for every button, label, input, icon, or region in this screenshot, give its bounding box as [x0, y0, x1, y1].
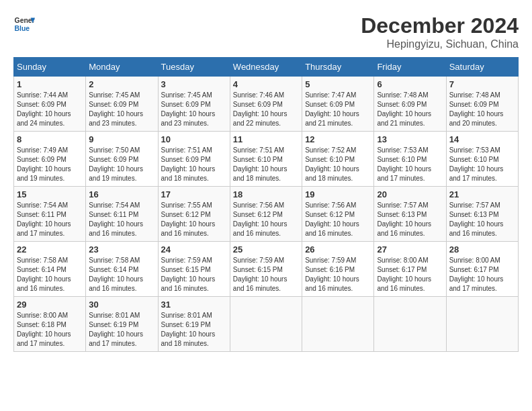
day-info: Sunrise: 7:47 AM Sunset: 6:09 PM Dayligh… [305, 91, 371, 128]
svg-text:Blue: Blue [15, 25, 30, 32]
day-number: 6 [377, 79, 443, 89]
day-number: 3 [161, 79, 227, 89]
day-info: Sunrise: 7:57 AM Sunset: 6:13 PM Dayligh… [449, 201, 515, 238]
day-info: Sunrise: 7:54 AM Sunset: 6:11 PM Dayligh… [17, 201, 83, 238]
day-info: Sunrise: 8:01 AM Sunset: 6:19 PM Dayligh… [161, 311, 227, 349]
day-number: 20 [377, 189, 443, 199]
day-info: Sunrise: 7:45 AM Sunset: 6:09 PM Dayligh… [89, 91, 154, 128]
calendar-cell: 19 Sunrise: 7:56 AM Sunset: 6:12 PM Dayl… [302, 187, 374, 242]
day-number: 19 [305, 189, 371, 199]
calendar-cell: 18 Sunrise: 7:56 AM Sunset: 6:12 PM Dayl… [230, 187, 302, 242]
calendar-cell: 5 Sunrise: 7:47 AM Sunset: 6:09 PM Dayli… [302, 77, 374, 132]
day-header-thursday: Thursday [302, 58, 374, 77]
day-number: 29 [17, 300, 83, 310]
calendar-week-5: 29 Sunrise: 8:00 AM Sunset: 6:18 PM Dayl… [14, 297, 519, 352]
day-number: 8 [17, 134, 83, 144]
calendar-cell: 25 Sunrise: 7:59 AM Sunset: 6:15 PM Dayl… [230, 242, 302, 297]
calendar-cell [446, 297, 518, 352]
day-info: Sunrise: 7:59 AM Sunset: 6:15 PM Dayligh… [233, 256, 299, 293]
calendar-cell: 14 Sunrise: 7:53 AM Sunset: 6:10 PM Dayl… [446, 132, 518, 187]
day-info: Sunrise: 7:53 AM Sunset: 6:10 PM Dayligh… [377, 146, 443, 183]
calendar-cell: 26 Sunrise: 7:59 AM Sunset: 6:16 PM Dayl… [302, 242, 374, 297]
calendar-week-3: 15 Sunrise: 7:54 AM Sunset: 6:11 PM Dayl… [14, 187, 519, 242]
day-number: 30 [89, 300, 154, 310]
day-number: 11 [233, 134, 299, 144]
day-number: 27 [377, 244, 443, 255]
calendar-cell: 29 Sunrise: 8:00 AM Sunset: 6:18 PM Dayl… [14, 297, 86, 352]
day-number: 28 [449, 244, 515, 255]
calendar-cell: 21 Sunrise: 7:57 AM Sunset: 6:13 PM Dayl… [446, 187, 518, 242]
day-number: 9 [89, 134, 154, 144]
header-row: SundayMondayTuesdayWednesdayThursdayFrid… [14, 58, 519, 77]
calendar-cell: 7 Sunrise: 7:48 AM Sunset: 6:09 PM Dayli… [446, 77, 518, 132]
day-number: 12 [305, 134, 371, 144]
calendar-cell: 8 Sunrise: 7:49 AM Sunset: 6:09 PM Dayli… [14, 132, 86, 187]
calendar-cell [302, 297, 374, 352]
calendar-cell: 17 Sunrise: 7:55 AM Sunset: 6:12 PM Dayl… [158, 187, 230, 242]
day-info: Sunrise: 7:59 AM Sunset: 6:15 PM Dayligh… [161, 256, 227, 293]
day-number: 21 [449, 189, 515, 199]
calendar-cell: 1 Sunrise: 7:44 AM Sunset: 6:09 PM Dayli… [14, 77, 86, 132]
day-info: Sunrise: 7:44 AM Sunset: 6:09 PM Dayligh… [17, 91, 83, 128]
calendar-week-1: 1 Sunrise: 7:44 AM Sunset: 6:09 PM Dayli… [14, 77, 519, 132]
calendar-cell: 31 Sunrise: 8:01 AM Sunset: 6:19 PM Dayl… [158, 297, 230, 352]
day-number: 18 [233, 189, 299, 199]
day-info: Sunrise: 8:00 AM Sunset: 6:18 PM Dayligh… [17, 311, 83, 349]
logo: General Blue [13, 13, 35, 35]
title-block: December 2024 Hepingyizu, Sichuan, China [361, 13, 519, 50]
day-info: Sunrise: 7:48 AM Sunset: 6:09 PM Dayligh… [377, 91, 443, 128]
day-number: 26 [305, 244, 371, 255]
calendar-cell: 24 Sunrise: 7:59 AM Sunset: 6:15 PM Dayl… [158, 242, 230, 297]
day-number: 5 [305, 79, 371, 89]
day-number: 23 [89, 244, 154, 255]
day-number: 7 [449, 79, 515, 89]
calendar-cell: 20 Sunrise: 7:57 AM Sunset: 6:13 PM Dayl… [374, 187, 446, 242]
day-info: Sunrise: 7:53 AM Sunset: 6:10 PM Dayligh… [449, 146, 515, 183]
calendar-cell: 2 Sunrise: 7:45 AM Sunset: 6:09 PM Dayli… [86, 77, 158, 132]
day-info: Sunrise: 7:48 AM Sunset: 6:09 PM Dayligh… [449, 91, 515, 128]
day-header-monday: Monday [86, 58, 158, 77]
day-number: 15 [17, 189, 83, 199]
day-number: 17 [161, 189, 227, 199]
day-info: Sunrise: 7:56 AM Sunset: 6:12 PM Dayligh… [305, 201, 371, 238]
calendar-cell: 13 Sunrise: 7:53 AM Sunset: 6:10 PM Dayl… [374, 132, 446, 187]
day-header-saturday: Saturday [446, 58, 518, 77]
day-number: 14 [449, 134, 515, 144]
day-info: Sunrise: 8:01 AM Sunset: 6:19 PM Dayligh… [89, 311, 154, 349]
calendar-cell: 28 Sunrise: 8:00 AM Sunset: 6:17 PM Dayl… [446, 242, 518, 297]
day-header-sunday: Sunday [14, 58, 86, 77]
day-info: Sunrise: 8:00 AM Sunset: 6:17 PM Dayligh… [449, 256, 515, 293]
day-number: 13 [377, 134, 443, 144]
day-info: Sunrise: 7:59 AM Sunset: 6:16 PM Dayligh… [305, 256, 371, 293]
calendar-cell: 10 Sunrise: 7:51 AM Sunset: 6:09 PM Dayl… [158, 132, 230, 187]
day-info: Sunrise: 7:54 AM Sunset: 6:11 PM Dayligh… [89, 201, 154, 238]
day-info: Sunrise: 7:51 AM Sunset: 6:09 PM Dayligh… [161, 146, 227, 183]
day-info: Sunrise: 7:58 AM Sunset: 6:14 PM Dayligh… [89, 256, 154, 293]
day-number: 25 [233, 244, 299, 255]
calendar-cell [374, 297, 446, 352]
day-info: Sunrise: 7:58 AM Sunset: 6:14 PM Dayligh… [17, 256, 83, 293]
day-number: 10 [161, 134, 227, 144]
day-info: Sunrise: 7:57 AM Sunset: 6:13 PM Dayligh… [377, 201, 443, 238]
day-number: 1 [17, 79, 83, 89]
calendar-cell: 4 Sunrise: 7:46 AM Sunset: 6:09 PM Dayli… [230, 77, 302, 132]
day-number: 24 [161, 244, 227, 255]
day-info: Sunrise: 7:52 AM Sunset: 6:10 PM Dayligh… [305, 146, 371, 183]
calendar-cell: 12 Sunrise: 7:52 AM Sunset: 6:10 PM Dayl… [302, 132, 374, 187]
calendar-cell: 3 Sunrise: 7:45 AM Sunset: 6:09 PM Dayli… [158, 77, 230, 132]
page-header: General Blue December 2024 Hepingyizu, S… [13, 13, 519, 50]
day-number: 16 [89, 189, 154, 199]
calendar-week-2: 8 Sunrise: 7:49 AM Sunset: 6:09 PM Dayli… [14, 132, 519, 187]
location-subtitle: Hepingyizu, Sichuan, China [361, 38, 519, 50]
calendar-cell [230, 297, 302, 352]
month-title: December 2024 [361, 13, 519, 38]
day-number: 22 [17, 244, 83, 255]
logo-icon: General Blue [13, 13, 35, 35]
calendar-cell: 22 Sunrise: 7:58 AM Sunset: 6:14 PM Dayl… [14, 242, 86, 297]
day-info: Sunrise: 7:56 AM Sunset: 6:12 PM Dayligh… [233, 201, 299, 238]
day-info: Sunrise: 7:49 AM Sunset: 6:09 PM Dayligh… [17, 146, 83, 183]
calendar-cell: 11 Sunrise: 7:51 AM Sunset: 6:10 PM Dayl… [230, 132, 302, 187]
calendar-cell: 30 Sunrise: 8:01 AM Sunset: 6:19 PM Dayl… [86, 297, 158, 352]
day-info: Sunrise: 7:45 AM Sunset: 6:09 PM Dayligh… [161, 91, 227, 128]
calendar-cell: 15 Sunrise: 7:54 AM Sunset: 6:11 PM Dayl… [14, 187, 86, 242]
